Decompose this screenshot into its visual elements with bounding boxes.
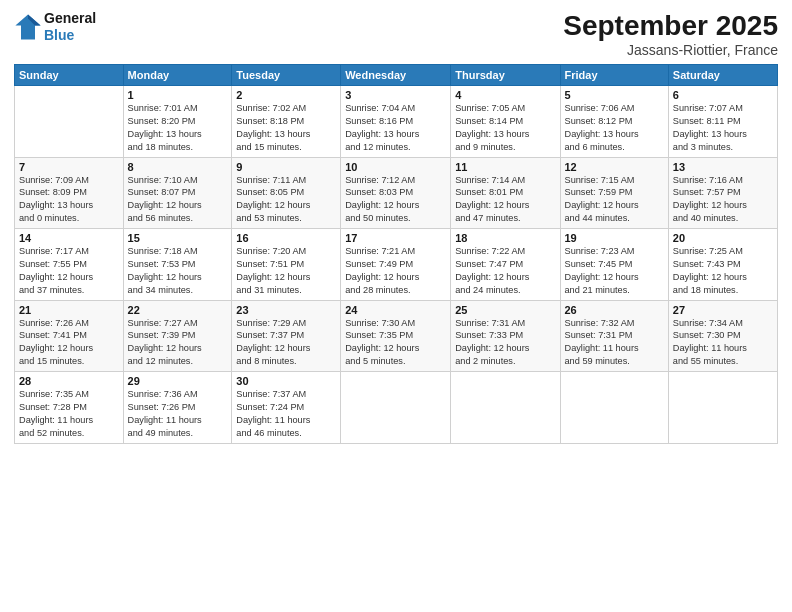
calendar-week-row: 21Sunrise: 7:26 AM Sunset: 7:41 PM Dayli… (15, 300, 778, 372)
day-info: Sunrise: 7:25 AM Sunset: 7:43 PM Dayligh… (673, 245, 773, 297)
day-number: 21 (19, 304, 119, 316)
calendar-week-row: 14Sunrise: 7:17 AM Sunset: 7:55 PM Dayli… (15, 229, 778, 301)
day-info: Sunrise: 7:26 AM Sunset: 7:41 PM Dayligh… (19, 317, 119, 369)
day-number: 9 (236, 161, 336, 173)
day-number: 8 (128, 161, 228, 173)
day-number: 15 (128, 232, 228, 244)
day-info: Sunrise: 7:12 AM Sunset: 8:03 PM Dayligh… (345, 174, 446, 226)
day-info: Sunrise: 7:07 AM Sunset: 8:11 PM Dayligh… (673, 102, 773, 154)
calendar-cell: 8Sunrise: 7:10 AM Sunset: 8:07 PM Daylig… (123, 157, 232, 229)
location: Jassans-Riottier, France (563, 42, 778, 58)
day-number: 7 (19, 161, 119, 173)
day-info: Sunrise: 7:06 AM Sunset: 8:12 PM Dayligh… (565, 102, 664, 154)
calendar-cell: 11Sunrise: 7:14 AM Sunset: 8:01 PM Dayli… (451, 157, 560, 229)
page: General Blue September 2025 Jassans-Riot… (0, 0, 792, 612)
day-number: 19 (565, 232, 664, 244)
day-number: 6 (673, 89, 773, 101)
day-info: Sunrise: 7:11 AM Sunset: 8:05 PM Dayligh… (236, 174, 336, 226)
day-number: 2 (236, 89, 336, 101)
calendar-week-row: 7Sunrise: 7:09 AM Sunset: 8:09 PM Daylig… (15, 157, 778, 229)
day-info: Sunrise: 7:01 AM Sunset: 8:20 PM Dayligh… (128, 102, 228, 154)
calendar-cell: 21Sunrise: 7:26 AM Sunset: 7:41 PM Dayli… (15, 300, 124, 372)
calendar-cell: 17Sunrise: 7:21 AM Sunset: 7:49 PM Dayli… (341, 229, 451, 301)
header: General Blue September 2025 Jassans-Riot… (14, 10, 778, 58)
calendar-cell: 13Sunrise: 7:16 AM Sunset: 7:57 PM Dayli… (668, 157, 777, 229)
calendar-week-row: 1Sunrise: 7:01 AM Sunset: 8:20 PM Daylig… (15, 86, 778, 158)
calendar-cell: 6Sunrise: 7:07 AM Sunset: 8:11 PM Daylig… (668, 86, 777, 158)
day-info: Sunrise: 7:23 AM Sunset: 7:45 PM Dayligh… (565, 245, 664, 297)
day-info: Sunrise: 7:35 AM Sunset: 7:28 PM Dayligh… (19, 388, 119, 440)
weekday-header: Tuesday (232, 65, 341, 86)
calendar-cell (341, 372, 451, 444)
weekday-header: Thursday (451, 65, 560, 86)
weekday-header: Wednesday (341, 65, 451, 86)
calendar-cell: 28Sunrise: 7:35 AM Sunset: 7:28 PM Dayli… (15, 372, 124, 444)
day-info: Sunrise: 7:22 AM Sunset: 7:47 PM Dayligh… (455, 245, 555, 297)
month-year: September 2025 (563, 10, 778, 42)
title-block: September 2025 Jassans-Riottier, France (563, 10, 778, 58)
calendar-cell: 22Sunrise: 7:27 AM Sunset: 7:39 PM Dayli… (123, 300, 232, 372)
day-info: Sunrise: 7:17 AM Sunset: 7:55 PM Dayligh… (19, 245, 119, 297)
day-number: 10 (345, 161, 446, 173)
calendar-table: SundayMondayTuesdayWednesdayThursdayFrid… (14, 64, 778, 444)
calendar-cell: 15Sunrise: 7:18 AM Sunset: 7:53 PM Dayli… (123, 229, 232, 301)
day-info: Sunrise: 7:05 AM Sunset: 8:14 PM Dayligh… (455, 102, 555, 154)
calendar-cell: 2Sunrise: 7:02 AM Sunset: 8:18 PM Daylig… (232, 86, 341, 158)
calendar-cell: 9Sunrise: 7:11 AM Sunset: 8:05 PM Daylig… (232, 157, 341, 229)
calendar-cell: 7Sunrise: 7:09 AM Sunset: 8:09 PM Daylig… (15, 157, 124, 229)
calendar-week-row: 28Sunrise: 7:35 AM Sunset: 7:28 PM Dayli… (15, 372, 778, 444)
calendar-cell (668, 372, 777, 444)
weekday-header: Saturday (668, 65, 777, 86)
calendar-cell: 16Sunrise: 7:20 AM Sunset: 7:51 PM Dayli… (232, 229, 341, 301)
day-info: Sunrise: 7:29 AM Sunset: 7:37 PM Dayligh… (236, 317, 336, 369)
day-info: Sunrise: 7:30 AM Sunset: 7:35 PM Dayligh… (345, 317, 446, 369)
weekday-header-row: SundayMondayTuesdayWednesdayThursdayFrid… (15, 65, 778, 86)
day-info: Sunrise: 7:37 AM Sunset: 7:24 PM Dayligh… (236, 388, 336, 440)
day-number: 24 (345, 304, 446, 316)
calendar-cell: 12Sunrise: 7:15 AM Sunset: 7:59 PM Dayli… (560, 157, 668, 229)
day-number: 1 (128, 89, 228, 101)
calendar-cell: 27Sunrise: 7:34 AM Sunset: 7:30 PM Dayli… (668, 300, 777, 372)
day-number: 25 (455, 304, 555, 316)
calendar-cell (15, 86, 124, 158)
calendar-cell: 25Sunrise: 7:31 AM Sunset: 7:33 PM Dayli… (451, 300, 560, 372)
day-info: Sunrise: 7:04 AM Sunset: 8:16 PM Dayligh… (345, 102, 446, 154)
calendar-cell: 23Sunrise: 7:29 AM Sunset: 7:37 PM Dayli… (232, 300, 341, 372)
calendar-cell: 5Sunrise: 7:06 AM Sunset: 8:12 PM Daylig… (560, 86, 668, 158)
day-number: 28 (19, 375, 119, 387)
day-number: 3 (345, 89, 446, 101)
calendar-cell: 29Sunrise: 7:36 AM Sunset: 7:26 PM Dayli… (123, 372, 232, 444)
day-info: Sunrise: 7:32 AM Sunset: 7:31 PM Dayligh… (565, 317, 664, 369)
day-number: 30 (236, 375, 336, 387)
weekday-header: Friday (560, 65, 668, 86)
calendar-cell: 20Sunrise: 7:25 AM Sunset: 7:43 PM Dayli… (668, 229, 777, 301)
day-number: 29 (128, 375, 228, 387)
logo-icon (14, 13, 42, 41)
calendar-cell (451, 372, 560, 444)
day-info: Sunrise: 7:34 AM Sunset: 7:30 PM Dayligh… (673, 317, 773, 369)
day-number: 13 (673, 161, 773, 173)
weekday-header: Monday (123, 65, 232, 86)
day-number: 22 (128, 304, 228, 316)
day-info: Sunrise: 7:36 AM Sunset: 7:26 PM Dayligh… (128, 388, 228, 440)
day-info: Sunrise: 7:10 AM Sunset: 8:07 PM Dayligh… (128, 174, 228, 226)
calendar-cell (560, 372, 668, 444)
day-number: 16 (236, 232, 336, 244)
day-number: 14 (19, 232, 119, 244)
day-number: 27 (673, 304, 773, 316)
day-info: Sunrise: 7:20 AM Sunset: 7:51 PM Dayligh… (236, 245, 336, 297)
calendar-cell: 26Sunrise: 7:32 AM Sunset: 7:31 PM Dayli… (560, 300, 668, 372)
day-number: 20 (673, 232, 773, 244)
day-number: 18 (455, 232, 555, 244)
calendar-cell: 1Sunrise: 7:01 AM Sunset: 8:20 PM Daylig… (123, 86, 232, 158)
day-number: 5 (565, 89, 664, 101)
day-info: Sunrise: 7:31 AM Sunset: 7:33 PM Dayligh… (455, 317, 555, 369)
calendar-cell: 10Sunrise: 7:12 AM Sunset: 8:03 PM Dayli… (341, 157, 451, 229)
calendar-cell: 18Sunrise: 7:22 AM Sunset: 7:47 PM Dayli… (451, 229, 560, 301)
day-info: Sunrise: 7:15 AM Sunset: 7:59 PM Dayligh… (565, 174, 664, 226)
calendar-cell: 30Sunrise: 7:37 AM Sunset: 7:24 PM Dayli… (232, 372, 341, 444)
weekday-header: Sunday (15, 65, 124, 86)
calendar-cell: 14Sunrise: 7:17 AM Sunset: 7:55 PM Dayli… (15, 229, 124, 301)
logo: General Blue (14, 10, 96, 44)
day-info: Sunrise: 7:18 AM Sunset: 7:53 PM Dayligh… (128, 245, 228, 297)
